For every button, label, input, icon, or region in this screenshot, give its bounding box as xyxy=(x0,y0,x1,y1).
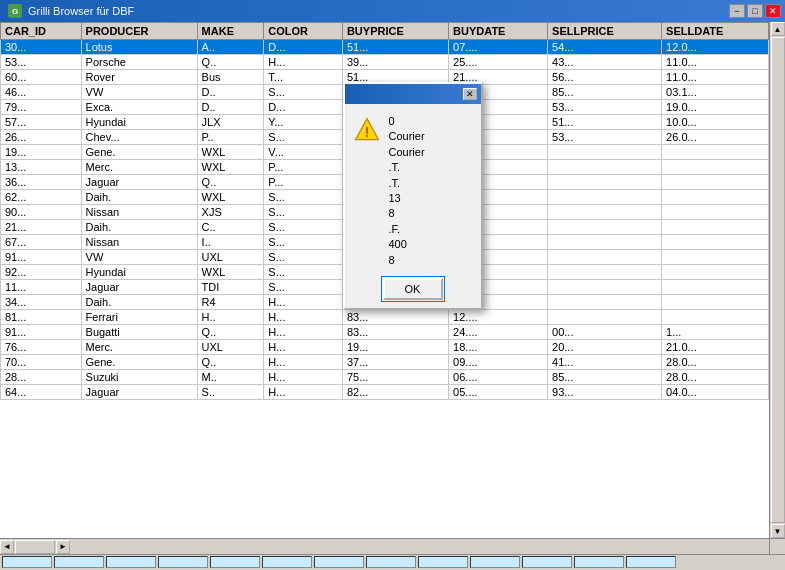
modal-content-row: ! 0CourierCourier.T..T.138.F.4008 xyxy=(353,114,473,268)
ok-button[interactable]: OK xyxy=(383,278,443,300)
close-button[interactable]: ✕ xyxy=(765,4,781,18)
title-bar-left: G Grilli Browser für DBF xyxy=(8,4,134,18)
app-icon: G xyxy=(8,4,22,18)
window-title: Grilli Browser für DBF xyxy=(28,5,134,17)
modal-overlay: ✕ ! 0CourierCourier.T..T.138.F.4008 OK xyxy=(0,22,785,570)
svg-text:!: ! xyxy=(364,124,369,140)
modal-ok-row: OK xyxy=(353,278,473,300)
modal-dialog: ✕ ! 0CourierCourier.T..T.138.F.4008 OK xyxy=(343,82,483,310)
warning-icon: ! xyxy=(353,114,381,147)
minimize-button[interactable]: − xyxy=(729,4,745,18)
title-bar-controls: − □ ✕ xyxy=(729,4,781,18)
maximize-button[interactable]: □ xyxy=(747,4,763,18)
modal-close-button[interactable]: ✕ xyxy=(463,88,477,100)
main-window: CAR_ID PRODUCER MAKE COLOR BUYPRICE BUYD… xyxy=(0,22,785,570)
modal-message: 0CourierCourier.T..T.138.F.4008 xyxy=(389,114,425,268)
modal-title-bar: ✕ xyxy=(345,84,481,104)
title-bar: G Grilli Browser für DBF − □ ✕ xyxy=(0,0,785,22)
modal-body: ! 0CourierCourier.T..T.138.F.4008 OK xyxy=(345,104,481,308)
